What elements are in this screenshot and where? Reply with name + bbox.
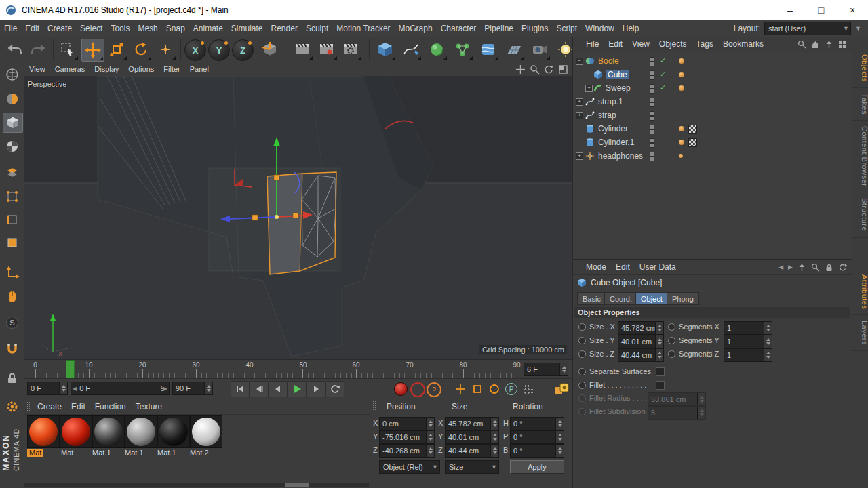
animation-dot[interactable] [668, 350, 675, 358]
expander-icon[interactable]: + [576, 112, 583, 119]
phong-tag-icon[interactable] [679, 140, 684, 145]
animation-dot[interactable] [578, 368, 586, 375]
om-menu-objects[interactable]: Objects [654, 39, 692, 49]
object-row-sweep[interactable]: + Sweep ✓ [573, 81, 852, 95]
menu-select[interactable]: Select [76, 24, 106, 33]
stepper[interactable] [490, 418, 498, 430]
menu-script[interactable]: Script [552, 24, 581, 33]
menu-mesh[interactable]: Mesh [134, 24, 161, 33]
menu-tools[interactable]: Tools [106, 24, 134, 33]
position-z-field[interactable]: -40.268 cm [379, 444, 435, 458]
parent-up-icon[interactable] [825, 40, 833, 49]
enable-axis-button[interactable] [3, 287, 22, 306]
lock-z-axis-button[interactable]: Z [232, 39, 254, 61]
menu-plugins[interactable]: Plugins [517, 24, 552, 33]
workplane-settings-button[interactable] [3, 397, 22, 416]
attr-menu-mode[interactable]: Mode [581, 262, 611, 272]
menu-render[interactable]: Render [267, 24, 302, 33]
tab-phong[interactable]: Phong [667, 292, 699, 305]
preview-range-slider[interactable]: ◀ 0 F 90 F ▶ [71, 382, 170, 395]
attr-menu-edit[interactable]: Edit [611, 262, 635, 272]
polygons-mode-button[interactable] [3, 233, 22, 252]
render-picture-viewer-button[interactable] [316, 39, 338, 60]
menu-mograph[interactable]: MoGraph [395, 24, 437, 33]
material-name[interactable]: Mat.2 [190, 449, 209, 457]
stepper[interactable] [655, 336, 663, 348]
lock-workplane-button[interactable] [3, 369, 22, 388]
previous-key-button[interactable] [250, 381, 269, 397]
menu-sculpt[interactable]: Sculpt [302, 24, 332, 33]
history-forward-icon[interactable]: ▶ [788, 264, 793, 270]
object-row-headphones[interactable]: + headphones [573, 149, 852, 163]
arrow-up-icon[interactable] [797, 263, 806, 272]
lock-x-axis-button[interactable]: X [184, 39, 206, 61]
material-name[interactable]: Mat [61, 449, 73, 457]
key-rotation-toggle[interactable] [487, 382, 502, 396]
rotation-b-field[interactable]: 0 ° [510, 444, 564, 458]
animation-dot[interactable] [668, 337, 675, 344]
vp-menu-panel[interactable]: Panel [185, 65, 214, 73]
mat-menu-create[interactable]: Create [33, 402, 66, 411]
key-parameter-toggle[interactable]: P [504, 382, 519, 396]
object-row-strap1[interactable]: + strap.1 [573, 95, 852, 108]
render-view-button[interactable] [292, 39, 313, 60]
texture-mode-button[interactable] [3, 137, 22, 156]
vp-menu-display[interactable]: Display [90, 65, 123, 73]
stepper[interactable] [426, 418, 434, 430]
menu-simulate[interactable]: Simulate [227, 24, 267, 33]
material-name[interactable]: Mat [27, 449, 43, 457]
scrollbar-thumb[interactable] [285, 483, 309, 487]
close-button[interactable]: × [837, 0, 868, 20]
visibility-dot[interactable] [650, 152, 654, 157]
stepper[interactable] [764, 349, 772, 361]
phong-tag-icon[interactable] [679, 85, 684, 91]
current-frame-marker[interactable] [66, 360, 75, 380]
search-icon[interactable] [811, 263, 820, 272]
magnet-snap-button[interactable] [3, 339, 22, 358]
rotate-view-icon[interactable] [544, 64, 554, 75]
tab-objects[interactable]: Objects [852, 49, 868, 88]
attr-menu-userdata[interactable]: User Data [635, 262, 681, 272]
goto-start-button[interactable] [231, 381, 250, 397]
menu-pipeline[interactable]: Pipeline [480, 24, 517, 33]
expander-icon[interactable]: + [585, 85, 593, 92]
animation-dot[interactable] [578, 382, 586, 389]
redo-button[interactable] [27, 39, 49, 60]
stepper[interactable] [204, 382, 212, 394]
animation-dot[interactable] [578, 337, 586, 344]
vp-menu-cameras[interactable]: Cameras [50, 65, 90, 73]
minimize-button[interactable]: – [774, 0, 806, 20]
coordinate-mode-select[interactable]: Object (Rel)▼ [379, 460, 440, 474]
om-menu-edit[interactable]: Edit [604, 39, 627, 49]
workplane-mode-button[interactable] [3, 163, 22, 182]
visibility-dot[interactable] [650, 98, 654, 102]
autokey-button[interactable] [410, 382, 425, 397]
object-properties-section[interactable]: Object Properties [574, 307, 850, 318]
stepper[interactable] [555, 418, 564, 430]
segments-y-field[interactable]: 1 [724, 335, 772, 348]
material-thumbnail[interactable] [27, 415, 60, 448]
object-row-cube[interactable]: Cube ✓ [573, 68, 852, 81]
visibility-dot[interactable] [650, 57, 654, 62]
panel-drag-handle[interactable] [372, 401, 377, 411]
visibility-dot[interactable] [650, 89, 654, 94]
object-row-cylinder[interactable]: Cylinder [573, 122, 852, 136]
key-scale-toggle[interactable] [470, 382, 485, 396]
coordinate-system-button[interactable] [259, 39, 281, 60]
live-selection-button[interactable] [57, 39, 79, 60]
add-cube-object-button[interactable] [374, 39, 396, 60]
stepper[interactable] [559, 363, 568, 375]
range-start-field[interactable]: 0 F [27, 382, 68, 395]
enabled-check-icon[interactable]: ✓ [660, 83, 666, 92]
material-thumbnail[interactable] [157, 415, 190, 448]
mat-menu-function[interactable]: Function [90, 402, 131, 411]
stepper[interactable] [655, 349, 663, 361]
visibility-dot[interactable] [650, 129, 654, 134]
mat-menu-edit[interactable]: Edit [66, 402, 90, 411]
viewport[interactable]: X Perspective Grid Spacing : 10000 cm [24, 76, 572, 359]
stepper[interactable] [655, 322, 663, 334]
refresh-icon[interactable] [838, 263, 847, 272]
material-thumbnail[interactable] [125, 415, 157, 448]
tab-content-browser[interactable]: Content Browser [852, 121, 868, 192]
menu-edit[interactable]: Edit [21, 24, 43, 33]
